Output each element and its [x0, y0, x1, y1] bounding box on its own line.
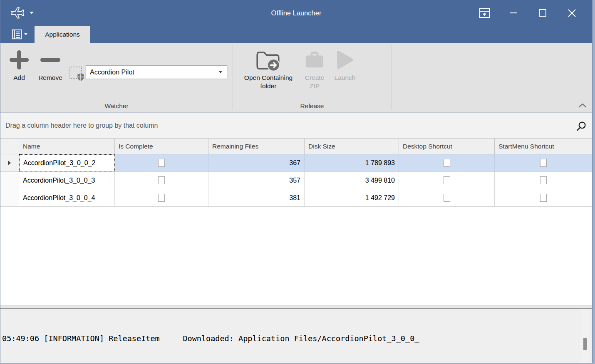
create-zip-button[interactable]: Create ZIP [301, 46, 328, 99]
cell-disk-size[interactable]: 1 492 729 [305, 189, 399, 206]
startmenu-shortcut-checkbox[interactable] [540, 176, 547, 184]
cell-name[interactable]: AccordionPilot_3_0_0_2 [19, 154, 115, 171]
row-indicator-cell [0, 172, 19, 189]
desktop-background: Offline Launcher [0, 0, 595, 364]
log-text: 05:49:06 [INFORMATION] ReleaseItem Downl… [0, 309, 592, 363]
log-scrollbar[interactable] [581, 309, 589, 363]
startmenu-shortcut-checkbox[interactable] [540, 194, 547, 202]
column-header-remaining-files[interactable]: Remaining Files [208, 139, 305, 154]
is-complete-checkbox[interactable] [158, 176, 165, 184]
row-indicator-cell [0, 189, 19, 206]
combobox-dropdown-icon[interactable] [219, 71, 222, 73]
focused-row-arrow-icon [8, 160, 11, 166]
group-by-panel[interactable]: Drag a column header here to group by th… [0, 113, 592, 139]
app-airplane-icon[interactable] [10, 5, 25, 21]
cell-name[interactable]: AccordionPilot_3_0_0_4 [19, 189, 115, 206]
remove-minus-icon [40, 46, 61, 74]
add-plus-icon [9, 46, 29, 74]
report-menu-icon [11, 29, 22, 40]
cell-name[interactable]: AccordionPilot_3_0_0_3 [19, 172, 115, 189]
desktop-shortcut-checkbox[interactable] [444, 159, 450, 167]
cell-remaining-files[interactable]: 367 [208, 154, 305, 171]
grid-header-row: Name Is Complete Remaining Files Disk Si… [0, 139, 592, 154]
ribbon-tab-row: Applications [0, 26, 592, 43]
group-by-hint-text: Drag a column header here to group by th… [0, 122, 158, 129]
log-panel: 05:49:06 [INFORMATION] ReleaseItem Downl… [0, 309, 592, 363]
cell-disk-size[interactable]: 3 499 810 [305, 172, 399, 189]
cell-startmenu-shortcut[interactable] [495, 154, 592, 171]
row-indicator-cell [0, 154, 19, 171]
cell-startmenu-shortcut[interactable] [495, 172, 592, 189]
collapse-ribbon-button[interactable] [576, 101, 589, 111]
log-line: 05:49:06 [INFORMATION] ReleaseItem Downl… [2, 333, 592, 344]
offline-launcher-window: Offline Launcher [0, 0, 593, 363]
cell-desktop-shortcut[interactable] [399, 189, 495, 206]
grid-empty-area [0, 207, 592, 313]
cell-desktop-shortcut[interactable] [399, 172, 495, 189]
search-button[interactable] [575, 120, 587, 132]
table-row[interactable]: AccordionPilot_3_0_0_3 357 3 499 810 [0, 172, 592, 189]
selection-mode-icon[interactable] [69, 67, 82, 79]
titlebar: Offline Launcher [0, 0, 592, 26]
tab-applications[interactable]: Applications [35, 26, 90, 43]
column-header-desktop-shortcut[interactable]: Desktop Shortcut [399, 139, 495, 154]
open-folder-icon [255, 46, 282, 74]
remove-button[interactable]: Remove [34, 46, 67, 99]
window-controls [470, 0, 586, 26]
column-header-name[interactable]: Name [19, 139, 115, 154]
application-selector-value: Accordion Pilot [86, 69, 219, 76]
cell-disk-size[interactable]: 1 789 893 [305, 154, 399, 171]
header-indicator-cell [0, 139, 19, 154]
table-row[interactable]: AccordionPilot_3_0_0_4 381 1 492 729 [0, 189, 592, 207]
desktop-shortcut-checkbox[interactable] [444, 194, 450, 202]
ribbon-group-separator [392, 45, 392, 110]
ribbon-group-caption-release: Release [233, 102, 392, 111]
cell-is-complete[interactable] [115, 172, 208, 189]
menu-dropdown-icon [24, 33, 27, 35]
column-header-is-complete[interactable]: Is Complete [115, 139, 208, 154]
cell-is-complete[interactable] [115, 189, 208, 206]
maximize-button[interactable] [528, 2, 557, 23]
add-button[interactable]: Add [6, 46, 32, 99]
close-button[interactable] [557, 2, 586, 23]
qat-dropdown-icon[interactable] [30, 12, 34, 14]
cell-remaining-files[interactable]: 357 [208, 172, 305, 189]
startmenu-shortcut-checkbox[interactable] [540, 159, 547, 167]
is-complete-checkbox[interactable] [158, 194, 165, 202]
desktop-shortcut-checkbox[interactable] [444, 176, 450, 184]
is-complete-checkbox[interactable] [158, 159, 165, 167]
table-row[interactable]: AccordionPilot_3_0_0_2 367 1 789 893 [0, 154, 592, 172]
minimize-button[interactable] [499, 2, 528, 23]
play-icon [335, 46, 355, 74]
column-header-startmenu-shortcut[interactable]: StartMenu Shortcut [495, 139, 592, 154]
column-header-disk-size[interactable]: Disk Size [305, 139, 399, 154]
application-selector-combobox[interactable]: Accordion Pilot [86, 65, 227, 79]
quick-access-toolbar [10, 5, 34, 21]
cell-desktop-shortcut[interactable] [399, 154, 495, 171]
briefcase-icon [304, 46, 325, 74]
cell-is-complete[interactable] [115, 154, 208, 171]
ribbon: Add Remove Accordion Pilot Watcher [0, 43, 592, 113]
search-icon [575, 121, 587, 132]
cell-startmenu-shortcut[interactable] [495, 189, 592, 206]
open-containing-folder-button[interactable]: Open Containing folder [238, 46, 299, 99]
ribbon-group-separator [233, 45, 233, 110]
ribbon-group-caption-watcher: Watcher [0, 102, 233, 111]
launch-button[interactable]: Launch [331, 46, 359, 99]
cell-remaining-files[interactable]: 381 [208, 189, 305, 206]
splitter[interactable] [0, 305, 592, 309]
applications-grid: Drag a column header here to group by th… [0, 113, 592, 305]
log-scrollbar-thumb[interactable] [583, 338, 587, 350]
chevron-up-icon [578, 103, 587, 108]
main-menu-button[interactable] [7, 26, 31, 43]
ribbon-display-options-button[interactable] [470, 2, 499, 23]
